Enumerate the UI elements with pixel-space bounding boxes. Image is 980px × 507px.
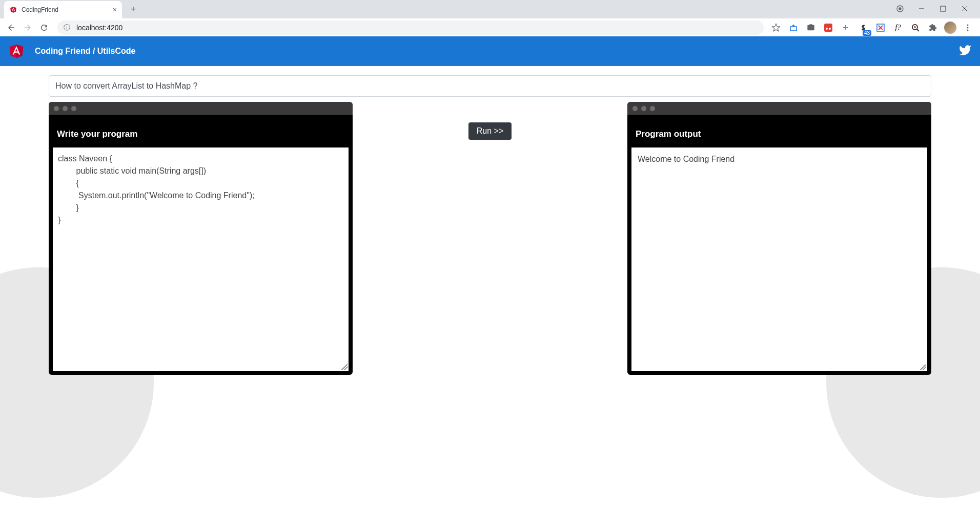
account-icon[interactable] (894, 5, 906, 14)
chrome-menu-icon[interactable] (962, 22, 974, 34)
svg-point-10 (826, 28, 828, 30)
extension-icon-search[interactable] (909, 22, 922, 34)
code-textarea[interactable] (58, 153, 343, 366)
editor-header: Write your program (49, 115, 353, 147)
main-content: Write your program Run >> Program output (0, 66, 980, 395)
camera-icon[interactable] (805, 22, 817, 34)
toolbar-icons: 43 f? (770, 22, 976, 34)
svg-point-16 (967, 24, 969, 26)
extension-badge: 43 (863, 30, 871, 36)
minimize-icon[interactable] (915, 6, 928, 13)
browser-tab[interactable]: CodingFriend × (4, 1, 122, 18)
svg-rect-7 (790, 27, 797, 31)
url-text: localhost:4200 (76, 24, 122, 32)
svg-line-14 (917, 29, 919, 31)
tab-bar: CodingFriend × + (0, 0, 980, 18)
svg-point-8 (792, 25, 794, 27)
resize-handle-icon[interactable] (920, 364, 926, 370)
new-tab-button[interactable]: + (126, 2, 140, 16)
svg-point-2 (899, 7, 901, 10)
url-field[interactable]: ⓘ localhost:4200 (57, 20, 764, 35)
window-controls (894, 5, 980, 14)
close-tab-icon[interactable]: × (113, 6, 117, 14)
page-viewport: Coding Friend / UtilsCode Write your pro… (0, 36, 980, 507)
app-title: Coding Friend / UtilsCode (35, 47, 135, 56)
output-header: Program output (627, 115, 931, 147)
output-text: Welcome to Coding Friend (637, 153, 922, 166)
tab-title: CodingFriend (22, 6, 109, 13)
back-button[interactable] (4, 20, 18, 35)
editor-body (53, 147, 349, 371)
extension-icon-x[interactable] (874, 22, 887, 34)
svg-point-15 (914, 26, 916, 28)
extension-icon-plus[interactable] (840, 22, 852, 34)
maximize-icon[interactable] (937, 6, 949, 13)
browser-chrome: CodingFriend × + (0, 0, 980, 36)
close-window-icon[interactable] (958, 6, 971, 13)
svg-point-17 (967, 27, 969, 28)
output-body: Welcome to Coding Friend (631, 147, 927, 371)
extension-icon-1[interactable] (787, 22, 800, 34)
twitter-icon[interactable] (958, 44, 972, 59)
svg-rect-4 (941, 6, 946, 11)
extension-icon-red[interactable] (822, 22, 834, 34)
run-button[interactable]: Run >> (468, 122, 512, 140)
site-info-icon[interactable]: ⓘ (64, 23, 70, 32)
address-bar: ⓘ localhost:4200 43 (0, 18, 980, 36)
extension-icon-s[interactable]: 43 (857, 22, 869, 34)
app-header: Coding Friend / UtilsCode (0, 36, 980, 66)
editor-titlebar (49, 102, 353, 115)
search-input[interactable] (49, 75, 931, 97)
run-column: Run >> (353, 102, 627, 140)
traffic-dot-icon (641, 106, 646, 111)
traffic-dot-icon (54, 106, 59, 111)
svg-point-18 (967, 29, 969, 31)
editor-row: Write your program Run >> Program output (49, 102, 931, 375)
profile-avatar[interactable] (944, 22, 956, 34)
traffic-dot-icon (71, 106, 76, 111)
extensions-puzzle-icon[interactable] (927, 22, 939, 34)
reload-button[interactable] (37, 20, 51, 35)
output-titlebar (627, 102, 931, 115)
extension-icon-f[interactable]: f? (892, 22, 904, 34)
traffic-dot-icon (632, 106, 638, 111)
output-panel: Program output Welcome to Coding Friend (627, 102, 931, 375)
angular-logo-icon (8, 43, 25, 59)
forward-button[interactable] (21, 20, 35, 35)
svg-point-11 (829, 28, 831, 30)
traffic-dot-icon (650, 106, 655, 111)
angular-favicon (9, 6, 17, 14)
svg-rect-9 (824, 24, 832, 32)
traffic-dot-icon (63, 106, 68, 111)
resize-handle-icon[interactable] (341, 364, 348, 370)
bookmark-star-icon[interactable] (770, 22, 782, 34)
code-editor-panel: Write your program (49, 102, 353, 375)
